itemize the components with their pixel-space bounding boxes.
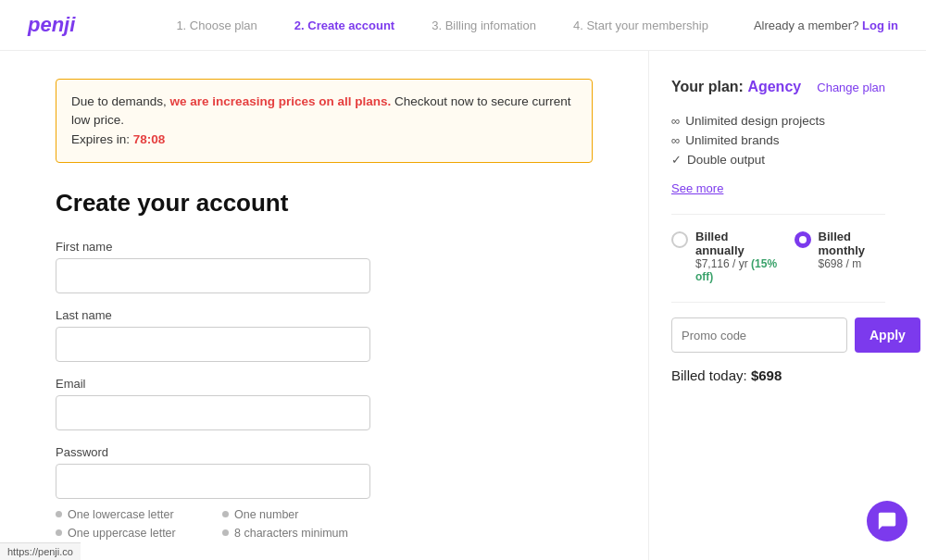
infinity-icon-1: ∞: [671, 114, 680, 128]
feature-brands-text: Unlimited brands: [685, 133, 779, 147]
see-more-link[interactable]: See more: [671, 181, 885, 195]
header-login-prompt: Already a member? Log in: [754, 19, 898, 32]
email-input[interactable]: [56, 395, 370, 430]
plan-header: Your plan: Agency Change plan: [671, 79, 885, 95]
hint-uppercase: One uppercase letter: [56, 527, 204, 540]
step-1[interactable]: 1. Choose plan: [176, 19, 257, 32]
password-group: Password One lowercase letter One number…: [56, 445, 593, 540]
billing-annually-info: Billed annually $7,116 / yr (15% off): [695, 230, 780, 283]
hint-number: One number: [222, 508, 370, 521]
radio-monthly[interactable]: [795, 231, 811, 248]
step-4[interactable]: 4. Start your membership: [573, 19, 708, 32]
change-plan-link[interactable]: Change plan: [817, 81, 885, 94]
main-layout: Due to demands, we are increasing prices…: [0, 51, 926, 560]
billing-monthly-price: $698 / m: [819, 257, 885, 270]
billed-today-label: Billed today:: [671, 367, 747, 383]
hint-dot-uppercase: [56, 529, 62, 536]
chat-icon: [877, 511, 897, 531]
check-icon: ✓: [671, 153, 682, 167]
billing-monthly-label: Billed monthly: [819, 230, 885, 257]
feature-double-output: ✓ Double output: [671, 153, 885, 167]
email-label: Email: [56, 377, 593, 391]
email-group: Email: [56, 377, 593, 430]
alert-expires-label: Expires in:: [71, 132, 130, 146]
billing-annually-price-text: $7,116 / yr: [695, 257, 748, 270]
radio-annually[interactable]: [671, 231, 688, 248]
first-name-label: First name: [56, 240, 593, 254]
login-link[interactable]: Log in: [862, 19, 898, 32]
alert-text-before: Due to demands,: [71, 94, 167, 108]
chat-bubble[interactable]: [867, 501, 907, 541]
last-name-label: Last name: [56, 308, 593, 322]
billing-annually-option[interactable]: Billed annually $7,116 / yr (15% off): [671, 230, 780, 283]
hint-dot-number: [222, 511, 229, 517]
billed-today-amount: $698: [751, 367, 782, 383]
right-panel: Your plan: Agency Change plan ∞ Unlimite…: [648, 51, 907, 560]
feature-output-text: Double output: [687, 153, 765, 167]
promo-code-input[interactable]: [671, 317, 847, 353]
password-label: Password: [56, 445, 593, 459]
billing-monthly-info: Billed monthly $698 / m: [819, 230, 885, 270]
left-panel: Due to demands, we are increasing prices…: [0, 51, 648, 560]
hint-lowercase: One lowercase letter: [56, 508, 204, 521]
hint-uppercase-text: One uppercase letter: [68, 527, 176, 540]
apply-button[interactable]: Apply: [855, 317, 920, 353]
plan-name: Agency: [747, 79, 801, 94]
hint-dot-characters: [222, 529, 229, 536]
infinity-icon-2: ∞: [671, 133, 680, 147]
header: penji 1. Choose plan 2. Create account 3…: [0, 0, 926, 51]
divider-1: [671, 214, 885, 215]
radio-monthly-inner: [799, 236, 807, 243]
divider-2: [671, 302, 885, 303]
step-3[interactable]: 3. Billing infomation: [432, 19, 536, 32]
alert-highlight: we are increasing prices on all plans.: [170, 94, 392, 108]
hint-number-text: One number: [234, 508, 298, 521]
feature-unlimited-brands: ∞ Unlimited brands: [671, 133, 885, 147]
billing-annually-price: $7,116 / yr (15% off): [695, 257, 780, 283]
page-title: Create your account: [56, 189, 593, 218]
billing-annually-label: Billed annually: [695, 230, 780, 257]
feature-projects-text: Unlimited design projects: [685, 114, 825, 128]
password-input[interactable]: [56, 464, 370, 499]
steps-nav: 1. Choose plan 2. Create account 3. Bill…: [131, 19, 754, 32]
last-name-input[interactable]: [56, 327, 370, 362]
plan-features-list: ∞ Unlimited design projects ∞ Unlimited …: [671, 114, 885, 167]
feature-unlimited-projects: ∞ Unlimited design projects: [671, 114, 885, 128]
billed-today: Billed today: $698: [671, 367, 885, 383]
hint-lowercase-text: One lowercase letter: [68, 508, 174, 521]
create-account-form: First name Last name Email Password One …: [56, 240, 593, 560]
plan-title-text: Your plan:: [671, 79, 744, 94]
url-bar: https://penji.co: [0, 542, 81, 560]
step-2[interactable]: 2. Create account: [294, 19, 394, 32]
first-name-group: First name: [56, 240, 593, 293]
password-hints: One lowercase letter One number One uppe…: [56, 508, 370, 540]
first-name-input[interactable]: [56, 258, 370, 293]
billing-monthly-option[interactable]: Billed monthly $698 / m: [795, 230, 885, 270]
already-member-text: Already a member?: [754, 19, 858, 32]
alert-timer: 78:08: [133, 132, 166, 146]
promo-row: Apply: [671, 317, 885, 353]
hint-characters-text: 8 characters minimum: [234, 527, 348, 540]
logo: penji: [28, 13, 75, 37]
last-name-group: Last name: [56, 308, 593, 362]
hint-characters: 8 characters minimum: [222, 527, 370, 540]
plan-title-group: Your plan: Agency: [671, 79, 801, 95]
alert-banner: Due to demands, we are increasing prices…: [56, 79, 593, 163]
billing-options: Billed annually $7,116 / yr (15% off) Bi…: [671, 230, 885, 283]
hint-dot-lowercase: [56, 511, 62, 517]
